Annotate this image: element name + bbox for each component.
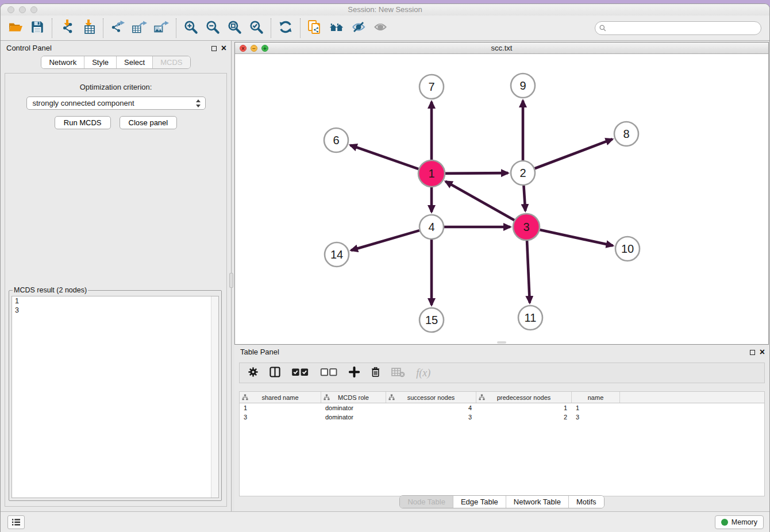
column-header-shared-name[interactable]: shared name <box>240 392 321 403</box>
graph-edge-4-14[interactable] <box>351 230 419 250</box>
mcds-result-node: 1 <box>12 296 218 306</box>
graph-edge-3-10[interactable] <box>540 230 613 245</box>
table-cell[interactable]: 3 <box>572 413 620 422</box>
graph-node-6[interactable]: 6 <box>324 128 348 152</box>
graph-edge-3-1[interactable] <box>445 182 514 220</box>
tab-style[interactable]: Style <box>84 56 116 68</box>
graph-node-9[interactable]: 9 <box>511 74 535 98</box>
graph-node-2[interactable]: 2 <box>511 161 535 185</box>
tab-network-table[interactable]: Network Table <box>506 496 568 508</box>
float-panel-icon[interactable] <box>211 46 217 51</box>
network-resize-grip[interactable] <box>497 341 506 344</box>
mcds-result-list[interactable]: 13 <box>11 296 219 498</box>
memory-button[interactable]: Memory <box>715 515 764 529</box>
graph-node-3[interactable]: 3 <box>513 214 540 240</box>
column-header-predecessor-nodes[interactable]: predecessor nodes <box>476 392 572 403</box>
open-session-button[interactable] <box>6 19 25 37</box>
table-cell[interactable]: 3 <box>386 413 476 422</box>
tab-mcds[interactable]: MCDS <box>152 56 190 68</box>
zoom-in-button[interactable] <box>182 19 200 37</box>
graph-node-8[interactable]: 8 <box>614 122 638 146</box>
network-canvas[interactable]: 7968124314101511 <box>235 54 768 344</box>
graph-node-4[interactable]: 4 <box>419 215 444 239</box>
network-close-button[interactable]: × <box>240 45 247 52</box>
svg-text:7: 7 <box>428 80 434 93</box>
select-all-columns-icon <box>291 367 309 380</box>
hide-selected-button[interactable] <box>349 19 368 37</box>
zoom-window-button[interactable] <box>30 6 37 13</box>
table-cell[interactable]: dominator <box>321 403 386 413</box>
zoom-out-button[interactable] <box>203 19 222 37</box>
select-all-columns-button[interactable] <box>291 366 309 380</box>
graph-node-15[interactable]: 15 <box>419 308 444 332</box>
first-neighbors-button[interactable] <box>328 19 346 37</box>
svg-text:1: 1 <box>428 167 434 180</box>
graph-edge-1-2[interactable] <box>445 173 508 174</box>
export-table-button[interactable] <box>130 19 149 37</box>
tab-motifs[interactable]: Motifs <box>568 496 604 508</box>
graph-node-14[interactable]: 14 <box>325 242 349 267</box>
deselect-all-columns-button[interactable] <box>320 366 338 380</box>
column-header-successor-nodes[interactable]: successor nodes <box>386 392 476 403</box>
save-session-button[interactable] <box>28 19 47 37</box>
panel-splitter-handle[interactable] <box>229 273 233 288</box>
zoom-selected-button[interactable] <box>247 19 265 37</box>
run-mcds-button[interactable]: Run MCDS <box>55 116 111 129</box>
clone-network-button[interactable] <box>306 19 324 37</box>
network-window-titlebar[interactable]: × − + scc.txt <box>235 43 768 54</box>
tab-node-table[interactable]: Node Table <box>400 496 453 508</box>
network-minimize-button[interactable]: − <box>251 45 257 52</box>
table-cell[interactable]: 1 <box>476 403 572 413</box>
result-scrollbar[interactable] <box>211 296 218 498</box>
close-table-panel-icon[interactable]: × <box>760 348 765 357</box>
network-canvas-svg: 7968124314101511 <box>235 54 768 343</box>
table-settings-button[interactable] <box>248 366 259 380</box>
create-column-button[interactable] <box>349 366 360 380</box>
graph-edge-3-11[interactable] <box>527 241 530 303</box>
float-table-panel-icon[interactable] <box>750 350 755 355</box>
graph-edge-2-3[interactable] <box>523 186 525 211</box>
table-row[interactable]: 1dominator411 <box>240 403 764 413</box>
graph-node-7[interactable]: 7 <box>419 75 444 99</box>
refresh-network-button[interactable] <box>276 19 295 37</box>
import-network-button[interactable] <box>57 19 76 37</box>
zoom-out-icon <box>205 20 220 36</box>
show-all-icon <box>373 20 388 36</box>
graph-edge-1-6[interactable] <box>351 145 419 169</box>
close-panel-button[interactable]: Close panel <box>120 116 178 129</box>
graph-node-10[interactable]: 10 <box>615 237 640 261</box>
criterion-select[interactable]: strongly connected component <box>26 97 206 110</box>
column-header-name[interactable]: name <box>572 392 620 403</box>
table-cell[interactable]: 2 <box>476 413 572 422</box>
table-row[interactable]: 3dominator323 <box>240 413 764 422</box>
export-network-icon <box>110 20 125 36</box>
task-history-button[interactable] <box>7 515 25 529</box>
delete-table-icon <box>391 367 405 380</box>
export-image-button[interactable] <box>152 19 171 37</box>
close-panel-icon[interactable]: × <box>221 44 226 53</box>
table-cell[interactable]: 4 <box>386 403 476 413</box>
show-all-button[interactable] <box>371 19 390 37</box>
close-window-button[interactable] <box>7 6 14 13</box>
minimize-window-button[interactable] <box>19 6 26 13</box>
table-cell[interactable]: 1 <box>240 403 321 413</box>
column-layout-button[interactable] <box>270 366 280 380</box>
graph-edge-2-8[interactable] <box>535 139 613 168</box>
export-network-button[interactable] <box>109 19 127 37</box>
import-table-button[interactable] <box>79 19 98 37</box>
tab-select[interactable]: Select <box>116 56 152 68</box>
graph-node-11[interactable]: 11 <box>518 306 542 330</box>
delete-columns-button[interactable] <box>371 366 380 380</box>
open-session-icon <box>8 20 23 36</box>
graph-node-1[interactable]: 1 <box>418 160 445 187</box>
network-maximize-button[interactable]: + <box>261 45 268 52</box>
table-cell[interactable]: 3 <box>240 413 321 422</box>
tab-network[interactable]: Network <box>41 56 84 68</box>
column-header-MCDS-role[interactable]: MCDS role <box>321 392 386 403</box>
table-cell[interactable]: dominator <box>321 413 386 422</box>
zoom-fit-button[interactable] <box>225 19 244 37</box>
table-cell[interactable]: 1 <box>572 403 620 413</box>
mcds-result-lines: 13 <box>12 296 218 315</box>
tab-edge-table[interactable]: Edge Table <box>453 496 506 508</box>
search-input[interactable] <box>595 21 761 35</box>
